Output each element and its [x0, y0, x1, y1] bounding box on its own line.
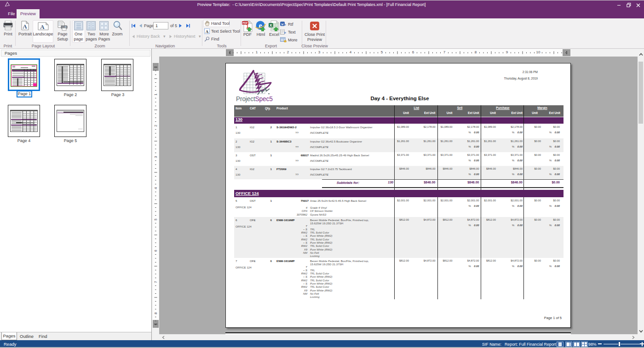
svg-text:A: A [23, 23, 27, 30]
svg-text:A: A [40, 23, 45, 30]
svg-text:PDF: PDF [242, 22, 248, 24]
svg-text:A: A [206, 29, 209, 34]
svg-text:X: X [270, 23, 272, 28]
